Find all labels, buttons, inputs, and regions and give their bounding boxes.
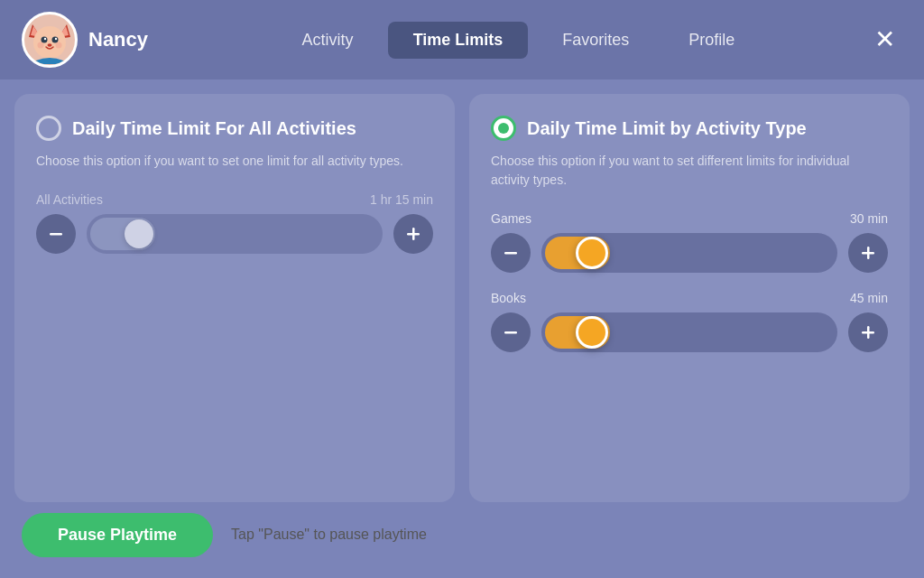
user-name: Nancy bbox=[88, 28, 148, 51]
nav-activity[interactable]: Activity bbox=[277, 22, 379, 59]
games-label: Games 30 min bbox=[491, 211, 888, 226]
avatar bbox=[22, 12, 78, 68]
svg-point-6 bbox=[42, 37, 48, 43]
panel-activity-type: Daily Time Limit by Activity Type Choose… bbox=[469, 94, 910, 502]
books-toggle[interactable] bbox=[545, 316, 610, 349]
all-activities-toggle-knob bbox=[125, 219, 153, 248]
games-plus-button[interactable] bbox=[848, 233, 888, 273]
games-slider-track[interactable] bbox=[541, 233, 837, 273]
games-slider-row bbox=[491, 233, 888, 273]
radio-all-activities[interactable] bbox=[36, 116, 61, 141]
books-plus-button[interactable] bbox=[848, 312, 888, 352]
all-activities-toggle[interactable] bbox=[90, 218, 155, 250]
panel-left-title: Daily Time Limit For All Activities bbox=[72, 118, 356, 139]
games-toggle-knob bbox=[576, 237, 608, 269]
games-section: Games 30 min bbox=[491, 211, 888, 273]
svg-rect-21 bbox=[867, 326, 870, 339]
navigation: Activity Time Limits Favorites Profile bbox=[184, 22, 853, 59]
books-slider-row bbox=[491, 312, 888, 352]
panel-all-activities: Daily Time Limit For All Activities Choo… bbox=[14, 94, 455, 502]
svg-point-9 bbox=[55, 38, 57, 40]
all-activities-label: All Activities 1 hr 15 min bbox=[36, 192, 433, 207]
panel-right-desc: Choose this option if you want to set di… bbox=[491, 152, 888, 190]
panel-right-title: Daily Time Limit by Activity Type bbox=[527, 118, 807, 139]
nav-favorites[interactable]: Favorites bbox=[537, 22, 654, 59]
books-section: Books 45 min bbox=[491, 291, 888, 352]
svg-point-10 bbox=[48, 43, 52, 47]
games-toggle[interactable] bbox=[545, 237, 610, 269]
panel-left-desc: Choose this option if you want to set on… bbox=[36, 152, 433, 171]
svg-point-12 bbox=[56, 42, 62, 49]
svg-rect-16 bbox=[504, 252, 517, 255]
svg-rect-15 bbox=[412, 228, 415, 240]
radio-dot bbox=[498, 123, 509, 134]
svg-rect-18 bbox=[867, 247, 870, 259]
svg-point-8 bbox=[44, 38, 46, 40]
svg-point-5 bbox=[33, 26, 66, 59]
user-info: Nancy bbox=[22, 12, 184, 68]
books-toggle-knob bbox=[576, 316, 608, 349]
svg-point-11 bbox=[38, 42, 44, 49]
games-minus-button[interactable] bbox=[491, 233, 531, 273]
books-label: Books 45 min bbox=[491, 291, 888, 305]
nav-profile[interactable]: Profile bbox=[663, 22, 760, 59]
all-activities-plus-button[interactable] bbox=[393, 214, 433, 254]
svg-point-7 bbox=[52, 37, 59, 43]
books-slider-track[interactable] bbox=[541, 312, 837, 352]
books-minus-button[interactable] bbox=[491, 312, 531, 352]
all-activities-minus-button[interactable] bbox=[36, 214, 76, 254]
header: Nancy Activity Time Limits Favorites Pro… bbox=[0, 0, 924, 79]
close-button[interactable]: ✕ bbox=[867, 20, 902, 60]
svg-rect-13 bbox=[50, 233, 62, 236]
all-activities-slider-track[interactable] bbox=[87, 214, 383, 254]
bottom-bar: Pause Playtime Tap "Pause" to pause play… bbox=[0, 502, 924, 567]
nav-time-limits[interactable]: Time Limits bbox=[388, 22, 529, 59]
all-activities-slider-row bbox=[36, 214, 433, 254]
radio-activity-type[interactable] bbox=[491, 116, 516, 141]
pause-button[interactable]: Pause Playtime bbox=[22, 513, 213, 557]
main-content: Daily Time Limit For All Activities Choo… bbox=[0, 79, 924, 502]
panel-left-header: Daily Time Limit For All Activities bbox=[36, 116, 433, 141]
panel-right-header: Daily Time Limit by Activity Type bbox=[491, 116, 888, 141]
pause-hint: Tap "Pause" to pause playtime bbox=[231, 527, 427, 543]
svg-rect-19 bbox=[504, 331, 517, 334]
